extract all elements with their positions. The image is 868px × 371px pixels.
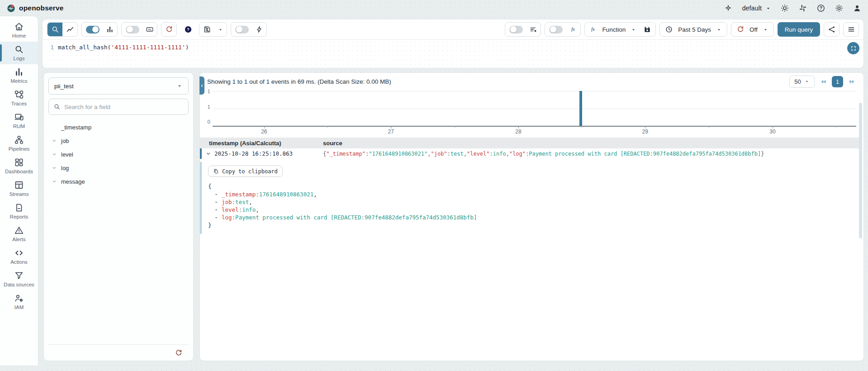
sidebar-item-rum[interactable]: RUM: [0, 109, 38, 132]
run-query-button[interactable]: Run query: [778, 22, 820, 37]
pipelines-icon: [14, 135, 24, 145]
current-page-button[interactable]: 1: [832, 76, 843, 87]
saved-searches-caret[interactable]: [214, 22, 227, 37]
sidebar-item-label: Metrics: [10, 78, 27, 84]
histogram-plot-area: [213, 91, 856, 127]
interesting-fields-button[interactable]: [526, 22, 541, 37]
row-json-tree: { _timestamp:1761648910863021,job:test,l…: [208, 182, 861, 229]
time-range-picker[interactable]: Past 5 Days: [662, 22, 725, 37]
field-item-level[interactable]: level: [48, 147, 189, 161]
json-entry-job[interactable]: job:test,: [208, 198, 861, 206]
svg-text:fx: fx: [571, 27, 575, 32]
chevron-down-icon[interactable]: [52, 152, 57, 157]
sidebar-item-label: Logs: [14, 56, 25, 62]
pagination: 50 1: [789, 76, 856, 88]
field-search-input[interactable]: [64, 104, 184, 110]
sidebar-item-traces[interactable]: Traces: [0, 87, 38, 109]
chevron-down-icon[interactable]: [52, 138, 57, 143]
field-item-message[interactable]: message: [48, 175, 189, 188]
vrl-function-toggle[interactable]: [549, 26, 563, 33]
json-entry-log[interactable]: log:Payment processed with card [REDACTE…: [208, 214, 861, 221]
query-editor[interactable]: 1 match_all_hash('4111-1111-1111-1111'): [43, 40, 863, 68]
x-axis-tick-label: 30: [769, 128, 775, 135]
sidebar-item-data-sources[interactable]: Data sources: [0, 268, 38, 290]
chevron-down-icon[interactable]: [52, 165, 57, 171]
row-detail: Copy to clipboard { _timestamp:176164891…: [200, 162, 861, 234]
events-histogram[interactable]: 110 2627282930: [200, 90, 861, 137]
sidebar-item-logs[interactable]: Logs: [0, 42, 38, 64]
quick-mode-toggle[interactable]: [235, 26, 249, 33]
sidebar-item-streams[interactable]: Streams: [0, 177, 38, 200]
org-selector[interactable]: default: [742, 5, 771, 12]
chevron-down-icon: [765, 5, 771, 11]
save-function-button[interactable]: [640, 22, 655, 37]
row-expand-chevron-icon[interactable]: [205, 151, 212, 157]
sidebar-item-actions[interactable]: Actions: [0, 245, 38, 268]
source-column-header: source: [323, 140, 861, 147]
histogram-toggle[interactable]: [86, 26, 100, 33]
svg-text:fx: fx: [592, 27, 595, 32]
sidebar-item-metrics[interactable]: Metrics: [0, 64, 38, 87]
more-menu-button[interactable]: [844, 22, 859, 37]
ai-sparkle-icon[interactable]: [724, 4, 733, 13]
editor-line-number: 1: [43, 44, 58, 68]
saved-searches-button[interactable]: [199, 22, 214, 37]
caret-down-icon[interactable]: [214, 192, 218, 197]
sidebar-item-label: RUM: [13, 124, 25, 129]
copy-to-clipboard-button[interactable]: Copy to clipboard: [208, 166, 283, 177]
help-badge-button[interactable]: ?: [180, 22, 195, 37]
sql-mode-button[interactable]: SQL: [142, 22, 157, 37]
auto-refresh-picker[interactable]: Off: [733, 22, 772, 37]
editor-fullscreen-button[interactable]: [847, 42, 859, 54]
help-icon[interactable]: [816, 4, 825, 13]
stream-selector[interactable]: pii_test: [48, 77, 189, 95]
bolt-icon: [255, 25, 263, 33]
caret-down-icon[interactable]: [214, 208, 218, 212]
slack-icon[interactable]: [798, 4, 807, 13]
page-size-select[interactable]: 50: [789, 76, 815, 88]
settings-icon[interactable]: [835, 4, 844, 13]
chevron-down-icon[interactable]: [52, 179, 57, 184]
field-item-log[interactable]: log: [48, 161, 189, 175]
field-item-_timestamp[interactable]: _timestamp: [48, 120, 189, 134]
share-link-button[interactable]: [824, 22, 839, 37]
sidebar-item-dashboards[interactable]: Dashboards: [0, 155, 38, 177]
sidebar-item-home[interactable]: Home: [0, 19, 38, 42]
theme-light-icon[interactable]: [780, 4, 789, 13]
time-range-label: Past 5 Days: [676, 26, 713, 33]
reports-icon: [14, 203, 24, 213]
refresh-fields-button[interactable]: [171, 347, 186, 359]
visualize-mode-button[interactable]: [62, 22, 77, 37]
field-name: job: [61, 138, 69, 144]
search-mode-button[interactable]: [47, 22, 62, 37]
quick-mode-button[interactable]: [251, 22, 266, 37]
query-card: SQL ?: [42, 19, 864, 68]
json-entry-level[interactable]: level:info,: [208, 206, 861, 214]
caret-down-icon[interactable]: [214, 200, 218, 205]
sidebar-item-pipelines[interactable]: Pipelines: [0, 132, 38, 155]
reset-filters-button[interactable]: [161, 22, 176, 37]
chevron-down-icon: [631, 27, 636, 33]
interesting-fields-toggle[interactable]: [509, 26, 523, 33]
field-item-job[interactable]: job: [48, 134, 189, 147]
sidebar-item-iam[interactable]: IAM: [0, 290, 38, 313]
histogram-bar[interactable]: [579, 91, 582, 126]
streams-icon: [14, 180, 24, 190]
table-row[interactable]: 2025-10-28 16:25:10.863 {"_timestamp":"1…: [200, 148, 861, 159]
profile-icon[interactable]: [853, 4, 862, 13]
field-name: level: [61, 151, 73, 158]
next-page-button[interactable]: [847, 77, 856, 86]
prev-page-button[interactable]: [819, 77, 828, 86]
line-chart-icon: [66, 25, 74, 33]
function-dropdown[interactable]: fx Function: [586, 22, 640, 37]
json-entry-_timestamp[interactable]: _timestamp:1761648910863021,: [208, 190, 861, 198]
sidebar-item-alerts[interactable]: Alerts: [0, 223, 38, 245]
histogram-button[interactable]: [102, 22, 117, 37]
results-scrollbar[interactable]: [859, 103, 862, 238]
query-toolbar: SQL ?: [43, 19, 863, 40]
vrl-function-toggle-button[interactable]: fx: [565, 22, 580, 37]
caret-down-icon[interactable]: [214, 215, 218, 220]
sidebar-item-label: Data sources: [4, 282, 34, 288]
sql-mode-toggle[interactable]: [126, 26, 139, 33]
sidebar-item-reports[interactable]: Reports: [0, 200, 38, 223]
